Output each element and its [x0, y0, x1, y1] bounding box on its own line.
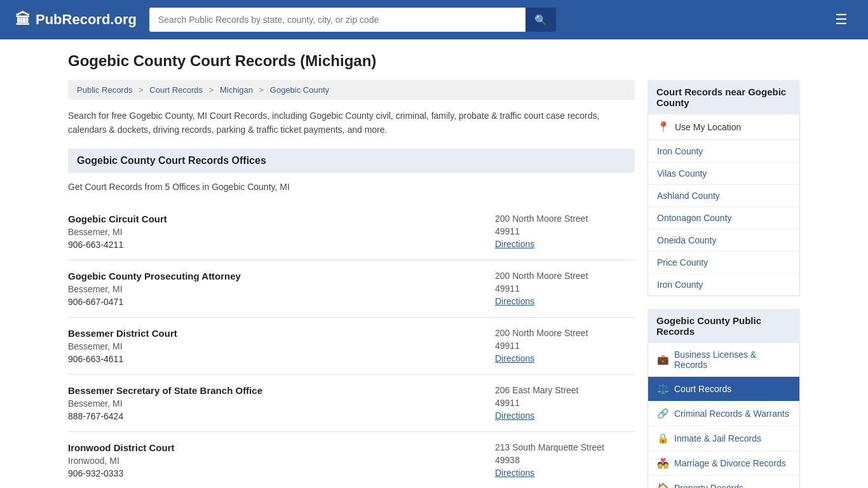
- nearby-county-link-3[interactable]: Ontonagon County: [648, 207, 799, 229]
- office-left-3: Bessemer Secretary of State Branch Offic…: [68, 385, 262, 421]
- office-city-2: Bessemer, MI: [68, 341, 177, 351]
- public-record-item-5[interactable]: 🏠Property Records: [648, 476, 799, 488]
- office-address-0: 200 North Moore Street: [495, 214, 635, 224]
- office-zip-3: 49911: [495, 398, 635, 408]
- office-right-2: 200 North Moore Street 49911 Directions: [495, 328, 635, 363]
- nearby-county-link-6[interactable]: Iron County: [648, 274, 799, 295]
- office-name-4: Ironwood District Court: [68, 442, 175, 453]
- public-record-link-2[interactable]: 🔗Criminal Records & Warrants: [648, 402, 799, 426]
- directions-link-3[interactable]: Directions: [495, 410, 534, 421]
- page-description: Search for free Gogebic County, MI Court…: [68, 109, 635, 137]
- breadcrumb-link-court-records[interactable]: Court Records: [149, 85, 203, 95]
- office-phone-0: 906-663-4211: [68, 240, 167, 250]
- public-record-icon-4: 💑: [657, 458, 669, 469]
- location-icon: 📍: [657, 121, 670, 133]
- public-record-item-0[interactable]: 💼Business Licenses & Records: [648, 343, 799, 377]
- office-address-1: 200 North Moore Street: [495, 271, 635, 281]
- nearby-county-link-0[interactable]: Iron County: [648, 140, 799, 162]
- office-entry: Bessemer District Court Bessemer, MI 906…: [68, 318, 635, 375]
- nearby-county-link-2[interactable]: Ashland County: [648, 185, 799, 207]
- hamburger-button[interactable]: ☰: [830, 9, 853, 30]
- search-bar: 🔍: [149, 8, 556, 32]
- public-record-item-1[interactable]: ⚖️Court Records: [648, 377, 799, 402]
- public-record-icon-3: 🔒: [657, 433, 669, 444]
- breadcrumb-link-michigan[interactable]: Michigan: [220, 85, 253, 95]
- directions-link-1[interactable]: Directions: [495, 296, 534, 306]
- office-city-1: Bessemer, MI: [68, 284, 241, 294]
- office-phone-3: 888-767-6424: [68, 411, 262, 421]
- nearby-county-1[interactable]: Vilas County: [648, 163, 799, 185]
- office-zip-4: 49938: [495, 455, 635, 465]
- nearby-county-6[interactable]: Iron County: [648, 274, 799, 295]
- directions-link-4[interactable]: Directions: [495, 468, 534, 478]
- breadcrumb-sep-3: >: [259, 85, 264, 95]
- logo-icon: 🏛: [15, 11, 31, 29]
- use-location-label: Use My Location: [675, 122, 741, 132]
- content-layout: Public Records > Court Records > Michiga…: [68, 80, 800, 488]
- nearby-list: 📍 Use My Location Iron CountyVilas Count…: [648, 114, 800, 296]
- public-record-icon-2: 🔗: [657, 408, 669, 419]
- nearby-county-link-5[interactable]: Price County: [648, 252, 799, 273]
- office-phone-2: 906-663-4611: [68, 354, 177, 364]
- office-right-0: 200 North Moore Street 49911 Directions: [495, 214, 635, 249]
- main-content: Public Records > Court Records > Michiga…: [68, 80, 635, 488]
- nearby-county-4[interactable]: Oneida County: [648, 229, 799, 252]
- office-zip-2: 49911: [495, 341, 635, 351]
- office-city-3: Bessemer, MI: [68, 398, 262, 409]
- office-right-3: 206 East Mary Street 49911 Directions: [495, 385, 635, 421]
- nearby-county-link-4[interactable]: Oneida County: [648, 229, 799, 251]
- office-right-4: 213 South Marquette Street 49938 Directi…: [495, 442, 635, 478]
- office-address-4: 213 South Marquette Street: [495, 442, 635, 452]
- public-record-item-2[interactable]: 🔗Criminal Records & Warrants: [648, 402, 799, 426]
- breadcrumb-link-public-records[interactable]: Public Records: [77, 85, 132, 95]
- page-title: Gogebic County Court Records (Michigan): [68, 52, 800, 70]
- sidebar: Court Records near Gogebic County 📍 Use …: [648, 80, 800, 488]
- public-records-list: 💼Business Licenses & Records⚖️Court Reco…: [648, 343, 800, 488]
- nearby-county-3[interactable]: Ontonagon County: [648, 207, 799, 229]
- office-city-4: Ironwood, MI: [68, 456, 175, 466]
- public-record-link-4[interactable]: 💑Marriage & Divorce Records: [648, 451, 799, 475]
- public-record-link-1[interactable]: ⚖️Court Records: [648, 377, 799, 401]
- offices-container: Gogebic Circuit Court Bessemer, MI 906-6…: [68, 203, 635, 488]
- office-name-3: Bessemer Secretary of State Branch Offic…: [68, 385, 262, 396]
- breadcrumb-link-gogebic[interactable]: Gogebic County: [270, 85, 329, 95]
- nearby-county-2[interactable]: Ashland County: [648, 185, 799, 207]
- office-entry: Bessemer Secretary of State Branch Offic…: [68, 375, 635, 432]
- use-location-item[interactable]: 📍 Use My Location: [648, 114, 799, 140]
- office-address-2: 200 North Moore Street: [495, 328, 635, 338]
- nearby-county-link-1[interactable]: Vilas County: [648, 163, 799, 184]
- breadcrumb-sep-2: >: [209, 85, 214, 95]
- public-record-icon-5: 🏠: [657, 482, 669, 488]
- office-name-0: Gogebic Circuit Court: [68, 214, 167, 224]
- directions-link-0[interactable]: Directions: [495, 239, 534, 249]
- office-phone-1: 906-667-0471: [68, 297, 241, 307]
- search-button[interactable]: 🔍: [526, 8, 556, 32]
- office-entry: Ironwood District Court Ironwood, MI 906…: [68, 432, 635, 488]
- office-left-0: Gogebic Circuit Court Bessemer, MI 906-6…: [68, 214, 167, 250]
- directions-link-2[interactable]: Directions: [495, 353, 534, 363]
- main-wrapper: Gogebic County Court Records (Michigan) …: [53, 39, 815, 488]
- office-left-1: Gogebic County Prosecuting Attorney Bess…: [68, 271, 241, 307]
- search-input[interactable]: [149, 8, 526, 32]
- public-record-link-3[interactable]: 🔒Inmate & Jail Records: [648, 426, 799, 451]
- site-header: 🏛 PubRecord.org 🔍 ☰: [0, 0, 868, 39]
- nearby-county-0[interactable]: Iron County: [648, 140, 799, 163]
- office-address-3: 206 East Mary Street: [495, 385, 635, 395]
- office-city-0: Bessemer, MI: [68, 227, 167, 237]
- public-record-icon-0: 💼: [657, 354, 669, 365]
- public-record-link-0[interactable]: 💼Business Licenses & Records: [648, 343, 799, 376]
- site-logo[interactable]: 🏛 PubRecord.org: [15, 11, 137, 29]
- office-zip-1: 49911: [495, 283, 635, 294]
- nearby-header: Court Records near Gogebic County: [648, 80, 800, 114]
- public-record-item-4[interactable]: 💑Marriage & Divorce Records: [648, 451, 799, 476]
- public-records-header: Gogebic County Public Records: [648, 309, 800, 343]
- office-left-4: Ironwood District Court Ironwood, MI 906…: [68, 442, 175, 478]
- breadcrumb: Public Records > Court Records > Michiga…: [68, 80, 635, 100]
- office-left-2: Bessemer District Court Bessemer, MI 906…: [68, 328, 177, 364]
- nearby-county-5[interactable]: Price County: [648, 252, 799, 274]
- office-entry: Gogebic County Prosecuting Attorney Bess…: [68, 261, 635, 318]
- office-entry: Gogebic Circuit Court Bessemer, MI 906-6…: [68, 203, 635, 261]
- public-record-link-5[interactable]: 🏠Property Records: [648, 476, 799, 488]
- office-zip-0: 49911: [495, 226, 635, 236]
- public-record-item-3[interactable]: 🔒Inmate & Jail Records: [648, 426, 799, 451]
